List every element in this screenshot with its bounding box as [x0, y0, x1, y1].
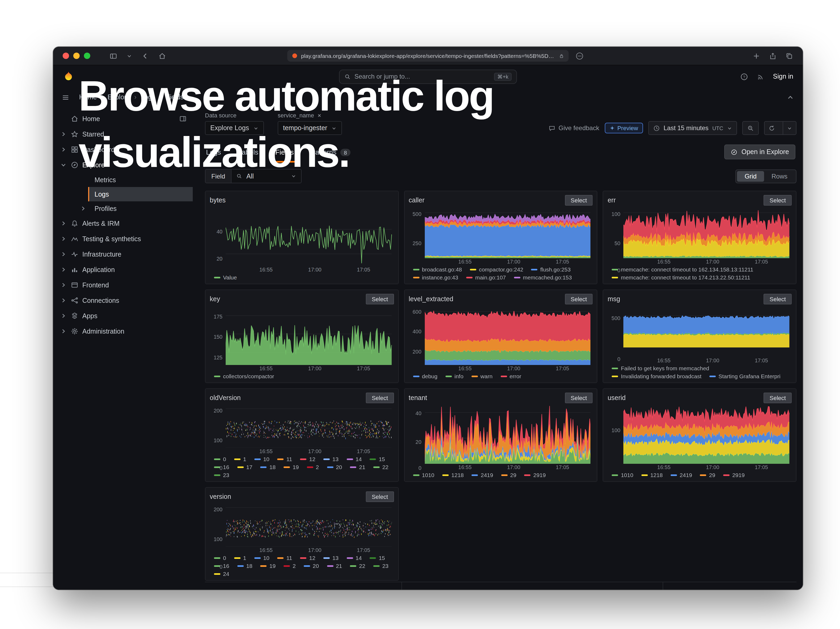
legend-item[interactable]: 19 [261, 563, 276, 569]
legend-item[interactable]: 21 [327, 563, 342, 569]
menu-toggle-icon[interactable] [62, 93, 69, 101]
page-options-icon[interactable] [576, 52, 584, 60]
legend-item[interactable]: collectors/compactor [214, 373, 274, 379]
chart-area[interactable] [226, 405, 392, 448]
sidebar-subitem-logs[interactable]: Logs [88, 187, 193, 201]
legend-item[interactable]: flush.go:253 [531, 266, 570, 273]
sidebar-subitem-metrics[interactable]: Metrics [88, 173, 193, 187]
legend-item[interactable]: 1010 [612, 472, 633, 478]
home-icon[interactable] [158, 52, 166, 60]
legend-item[interactable]: memcache: connect timeout to 174.213.22.… [612, 274, 750, 280]
preview-badge[interactable]: Preview [605, 123, 643, 133]
legend-item[interactable]: memcache: connect timeout to 162.134.158… [612, 266, 753, 273]
legend-item[interactable]: 1 [234, 555, 246, 561]
legend-item[interactable]: 12 [300, 555, 316, 561]
legend-item[interactable]: 0 [214, 456, 226, 462]
legend-item[interactable]: 1010 [413, 472, 434, 478]
url-bar[interactable]: play.grafana.org/a/grafana-lokiexplore-a… [287, 50, 569, 62]
give-feedback-button[interactable]: Give feedback [548, 124, 599, 132]
legend-item[interactable]: 11 [278, 456, 292, 462]
legend-item[interactable]: 15 [370, 456, 385, 462]
chart-area[interactable] [425, 405, 591, 464]
panel-select-button[interactable]: Select [366, 492, 394, 502]
layout-grid-option[interactable]: Grid [737, 171, 764, 182]
chart-area[interactable] [624, 207, 789, 258]
panel-select-button[interactable]: Select [764, 294, 792, 304]
legend-item[interactable]: 14 [346, 456, 362, 462]
legend-item[interactable]: 21 [350, 464, 365, 470]
legend-item[interactable]: 0 [214, 555, 226, 561]
legend-item[interactable]: 23 [214, 472, 229, 478]
sign-in-link[interactable]: Sign in [773, 73, 793, 80]
legend-item[interactable]: error [501, 373, 521, 379]
share-icon[interactable] [769, 52, 777, 60]
dock-sidebar-icon[interactable] [179, 115, 187, 123]
panel-select-button[interactable]: Select [565, 294, 593, 304]
legend-item[interactable]: 14 [346, 555, 362, 561]
refresh-button[interactable] [764, 122, 779, 134]
breadcrumb-item-logs[interactable]: Logs [141, 93, 155, 101]
tab-fields[interactable]: Fields [274, 144, 295, 163]
legend-item[interactable]: 12 [300, 456, 316, 462]
legend-item[interactable]: 17 [237, 464, 252, 470]
legend-item[interactable]: debug [413, 373, 437, 379]
tab-patterns[interactable]: Patterns8 [309, 144, 352, 163]
sidebar-item-alerts-irm[interactable]: Alerts & IRM [53, 216, 196, 231]
legend-item[interactable]: instance.go:43 [413, 274, 458, 280]
close-window-button[interactable] [63, 52, 69, 59]
sidebar-item-home[interactable]: Home [53, 111, 196, 126]
legend-item[interactable]: 20 [327, 464, 342, 470]
sidebar-item-application[interactable]: Application [53, 262, 196, 277]
legend-item[interactable]: Failed to get keys from memcached [612, 365, 709, 371]
remove-filter-icon[interactable] [317, 113, 322, 118]
legend-item[interactable]: 29 [501, 472, 516, 478]
legend-item[interactable]: 22 [373, 464, 388, 470]
chart-area[interactable] [425, 207, 591, 258]
legend-item[interactable]: 2 [307, 464, 319, 470]
legend-item[interactable]: 2919 [723, 472, 745, 478]
legend-item[interactable]: Value [214, 274, 237, 280]
sidebar-item-testing-synthetics[interactable]: Testing & synthetics [53, 231, 196, 247]
sidebar-item-starred[interactable]: Starred [53, 126, 196, 142]
legend-item[interactable]: 2919 [524, 472, 546, 478]
sidebar-subitem-profiles[interactable]: Profiles [88, 201, 193, 216]
legend-item[interactable]: 13 [324, 456, 338, 462]
breadcrumb-item-explore[interactable]: Explore [107, 93, 130, 101]
grafana-logo[interactable] [63, 71, 74, 82]
field-search-select[interactable]: All [232, 169, 302, 183]
legend-item[interactable]: 18 [237, 563, 252, 569]
legend-item[interactable]: compactor.go:242 [470, 266, 523, 273]
panel-select-button[interactable]: Select [764, 195, 792, 205]
panel-select-button[interactable]: Select [764, 393, 792, 403]
legend-item[interactable]: 24 [214, 571, 229, 577]
legend-item[interactable]: info [445, 373, 464, 379]
zoom-out-button[interactable] [742, 121, 759, 135]
data-source-select[interactable]: Explore Logs [205, 121, 264, 135]
chevron-up-icon[interactable] [786, 93, 794, 101]
chevron-down-icon[interactable] [126, 52, 132, 60]
back-icon[interactable] [141, 52, 149, 60]
panel-select-button[interactable]: Select [366, 294, 394, 304]
legend-item[interactable]: 19 [284, 464, 299, 470]
tab-overview-icon[interactable] [785, 52, 793, 60]
sidebar-item-dashboards[interactable]: Dashboards [53, 142, 196, 157]
breadcrumb-item-home[interactable]: Home [79, 93, 97, 101]
legend-item[interactable]: 2419 [671, 472, 692, 478]
legend-item[interactable]: 29 [700, 472, 715, 478]
legend-item[interactable]: 2419 [472, 472, 493, 478]
sidebar-item-connections[interactable]: Connections [53, 293, 196, 308]
chart-area[interactable] [425, 306, 591, 365]
refresh-interval-dropdown[interactable] [783, 122, 796, 134]
legend-item[interactable]: 15 [370, 555, 385, 561]
sidebar-item-infrastructure[interactable]: Infrastructure [53, 247, 196, 262]
legend-item[interactable]: 22 [350, 563, 365, 569]
tab-logs[interactable]: Logs [205, 144, 222, 163]
tab-labels[interactable]: Labels [237, 144, 259, 163]
legend-item[interactable]: 10 [254, 555, 269, 561]
global-search-input[interactable]: Search or jump to... ⌘+k [339, 70, 517, 84]
help-icon[interactable]: ? [740, 73, 748, 81]
browser-sidebar-toggle-icon[interactable] [109, 52, 117, 60]
chart-area[interactable] [624, 306, 789, 357]
legend-item[interactable]: 20 [304, 563, 319, 569]
legend-item[interactable]: Starting Grafana Enterpri [709, 373, 780, 379]
